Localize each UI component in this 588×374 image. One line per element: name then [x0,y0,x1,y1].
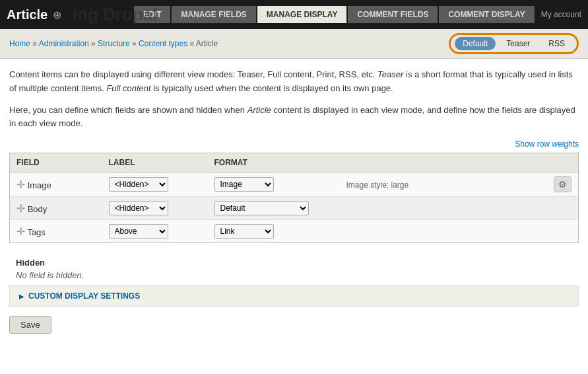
col-header-extra [340,153,548,172]
secondary-nav: Home » Administration » Structure » Cont… [0,29,588,59]
extra-body-cell [340,197,548,220]
label-tags-cell: Above <Hidden> Inline - Hidden - [102,220,208,243]
col-header-field: FIELD [10,153,102,172]
gear-image-button[interactable]: ⚙ [554,176,572,192]
label-body-select[interactable]: <Hidden> Above Inline - Hidden - [109,201,168,215]
breadcrumb-administration[interactable]: Administration [39,39,89,48]
page-header: Article ⊕ ing Drupal EDIT MANAGE FIELDS … [0,0,588,29]
table-row: ✛ Body <Hidden> Above Inline - Hidden - … [10,197,579,220]
field-image-name: Image [28,180,51,190]
format-image-cell: Image Default [208,172,340,197]
col-header-gear [547,153,579,172]
add-content-icon[interactable]: ⊕ [53,9,61,21]
fields-table: FIELD LABEL FORMAT ✛ Image <Hidden> Abov… [9,153,579,243]
label-image-cell: <Hidden> Above Inline - Hidden - [102,172,208,197]
save-button[interactable]: Save [9,316,51,334]
field-body-name: Body [28,204,48,214]
col-header-format: FORMAT [208,153,340,172]
gear-body-cell [547,197,579,220]
triangle-icon: ▶ [19,293,24,300]
table-body: ✛ Image <Hidden> Above Inline - Hidden -… [10,172,579,243]
drag-handle-body[interactable]: ✛ [16,203,25,214]
page-title: Article [7,7,48,22]
field-tags-cell: ✛ Tags [10,220,102,243]
format-tags-select[interactable]: Link Default [214,224,274,239]
view-mode-teaser[interactable]: Teaser [498,37,538,50]
table-header: FIELD LABEL FORMAT [10,153,579,172]
table-row: ✛ Tags Above <Hidden> Inline - Hidden - … [10,220,579,243]
main-nav: EDIT MANAGE FIELDS MANAGE DISPLAY COMMEN… [134,6,535,23]
field-body-cell: ✛ Body [10,197,102,220]
breadcrumb-content-types[interactable]: Content types [139,39,187,48]
tab-comment-fields[interactable]: COMMENT FIELDS [348,6,438,23]
hidden-message: No field is hidden. [16,270,572,280]
tab-manage-fields[interactable]: MANAGE FIELDS [172,6,255,23]
view-mode-rss[interactable]: RSS [540,37,573,50]
hidden-section: Hidden No field is hidden. [9,252,579,285]
custom-display-label: CUSTOM DISPLAY SETTINGS [28,291,140,301]
extra-tags-cell [340,220,548,243]
tab-edit[interactable]: EDIT [134,6,170,23]
custom-display-header[interactable]: ▶ CUSTOM DISPLAY SETTINGS [10,286,578,306]
label-body-cell: <Hidden> Above Inline - Hidden - [102,197,208,220]
main-content: Content items can be displayed using dif… [0,59,588,343]
tab-comment-display[interactable]: COMMENT DISPLAY [439,6,534,23]
view-mode-default[interactable]: Default [455,37,496,50]
table-row: ✛ Image <Hidden> Above Inline - Hidden -… [10,172,579,197]
breadcrumb-home[interactable]: Home [9,39,30,48]
format-body-select[interactable]: Default Trimmed Summary or trimmed [214,201,309,215]
drag-handle-image[interactable]: ✛ [16,179,25,190]
label-image-select[interactable]: <Hidden> Above Inline - Hidden - [109,177,168,192]
extra-image-cell: Image style: large [340,172,548,197]
format-tags-cell: Link Default [208,220,340,243]
col-header-label: LABEL [102,153,208,172]
show-row-weights-link: Show row weights [9,139,579,149]
gear-image-cell: ⚙ [547,172,579,197]
format-body-cell: Default Trimmed Summary or trimmed [208,197,340,220]
show-row-weights-anchor[interactable]: Show row weights [515,139,579,149]
view-mode-tabs: Default Teaser RSS [449,33,579,54]
hidden-title: Hidden [16,258,572,268]
breadcrumb: Home » Administration » Structure » Cont… [9,39,218,48]
breadcrumb-current: Article [196,39,218,48]
field-image-cell: ✛ Image [10,172,102,197]
label-tags-select[interactable]: Above <Hidden> Inline - Hidden - [109,224,168,239]
field-tags-name: Tags [27,227,45,237]
gear-tags-cell [547,220,579,243]
drag-handle-tags[interactable]: ✛ [16,226,25,237]
description-para1: Content items can be displayed using dif… [9,68,579,96]
format-image-select[interactable]: Image Default [214,177,274,192]
my-account-link[interactable]: My account [541,10,581,19]
image-style-label: Image style: large [346,180,409,190]
description-para2: Here, you can define which fields are sh… [9,104,579,131]
breadcrumb-structure[interactable]: Structure [98,39,130,48]
custom-display-section: ▶ CUSTOM DISPLAY SETTINGS [9,285,579,307]
tab-manage-display[interactable]: MANAGE DISPLAY [257,6,347,23]
